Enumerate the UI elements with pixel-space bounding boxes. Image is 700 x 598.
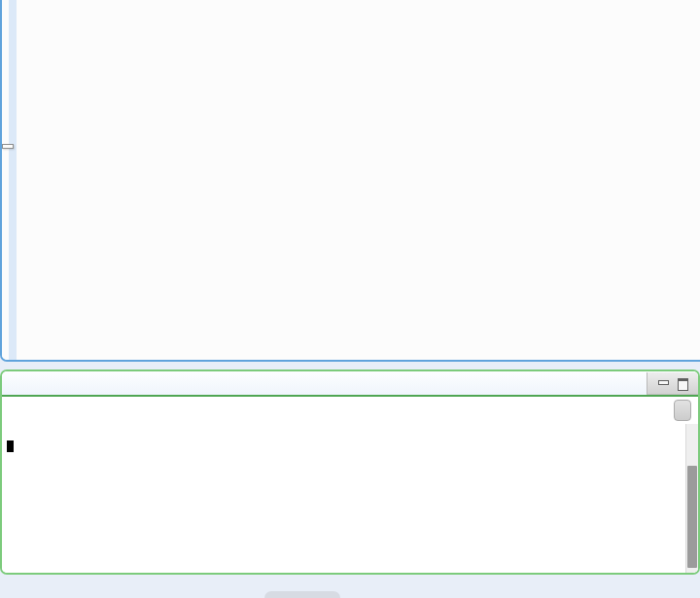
console-scrollbar[interactable] bbox=[685, 424, 698, 573]
code-text-area[interactable] bbox=[46, 0, 700, 360]
console-view bbox=[0, 369, 700, 575]
console-output[interactable] bbox=[2, 424, 698, 573]
status-trim-area bbox=[0, 575, 700, 598]
console-process-label bbox=[7, 425, 698, 440]
line-number-ruler[interactable] bbox=[17, 0, 37, 360]
console-toolbar-row bbox=[2, 397, 698, 424]
range-indicator-ruler[interactable] bbox=[9, 0, 17, 360]
folding-ruler[interactable] bbox=[37, 0, 46, 360]
console-scrollbar-thumb[interactable] bbox=[687, 466, 697, 569]
maximize-button[interactable] bbox=[676, 377, 689, 389]
trim-handle[interactable] bbox=[264, 591, 340, 598]
terminal-cursor bbox=[7, 440, 14, 452]
view-window-controls bbox=[647, 372, 698, 395]
marker-ruler[interactable] bbox=[2, 0, 9, 360]
minimize-button[interactable] bbox=[656, 377, 670, 389]
instruction-pointer-tooltip bbox=[2, 144, 14, 149]
console-toolbar bbox=[674, 400, 691, 421]
console-tab-bar bbox=[2, 371, 698, 397]
code-editor[interactable] bbox=[0, 0, 700, 362]
